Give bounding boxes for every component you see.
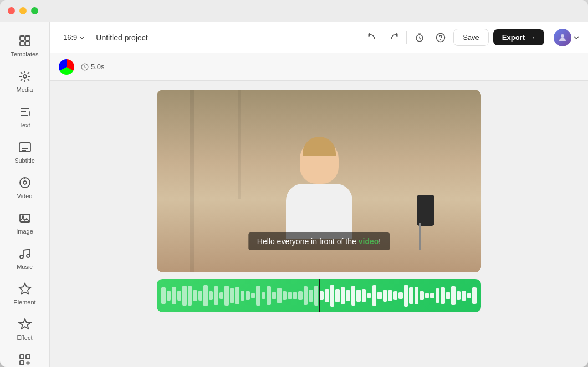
aspect-ratio-label: 16:9 — [63, 33, 77, 42]
aspect-ratio-button[interactable]: 16:9 — [59, 31, 89, 44]
svg-rect-3 — [25, 42, 30, 46]
undo-button[interactable] — [364, 29, 381, 46]
filmstrip-icon — [59, 59, 74, 75]
waveform-bar — [177, 291, 182, 301]
svg-marker-12 — [19, 283, 30, 294]
avatar — [554, 29, 571, 46]
waveform-bar — [472, 287, 477, 304]
waveform-bar — [393, 291, 398, 300]
playhead — [319, 279, 320, 312]
waveform-bar — [193, 290, 197, 302]
sidebar-item-subtitle[interactable]: Subtitle — [4, 135, 46, 168]
video-icon — [17, 175, 33, 190]
waveform-bar — [198, 291, 203, 300]
waveform-bar — [272, 292, 277, 299]
sidebar-item-music[interactable]: Music — [4, 241, 46, 275]
waveform-bar — [203, 285, 208, 306]
svg-rect-2 — [20, 42, 24, 46]
waveform-bar — [330, 285, 335, 306]
waveform-bar — [420, 291, 424, 300]
svg-point-6 — [20, 178, 30, 188]
close-button[interactable] — [8, 7, 15, 14]
sidebar-item-tools[interactable]: Tools — [4, 348, 46, 367]
duration-tag: 5.0s — [81, 63, 105, 71]
waveform-bar — [451, 286, 456, 305]
mac-window: Templates Media Text — [0, 0, 588, 367]
help-button[interactable] — [432, 29, 449, 46]
waveform-bar — [409, 287, 413, 304]
toolbar-actions: Save Export → — [364, 29, 579, 46]
redo-button[interactable] — [385, 29, 402, 46]
preview-container: Hello everyone in front of the video! — [50, 81, 588, 367]
canvas-area: 5.0s — [50, 53, 588, 367]
effect-label: Effect — [17, 334, 33, 341]
waveform-bar — [457, 291, 461, 301]
main-content: 16:9 Untitled project — [50, 22, 588, 367]
waveform-bar — [241, 291, 245, 301]
waveform-track[interactable] — [157, 279, 481, 312]
waveform-bar — [325, 289, 329, 302]
sidebar-item-effect[interactable]: Effect — [4, 312, 46, 345]
video-label: Video — [17, 193, 33, 199]
waveform-bar — [436, 288, 440, 303]
sidebar-item-text[interactable]: Text — [4, 100, 46, 133]
caption-text-after: ! — [379, 237, 381, 246]
waveform-bar — [351, 286, 356, 306]
waveform-bar — [182, 286, 187, 306]
waveform-bar — [172, 287, 176, 304]
svg-point-18 — [441, 39, 441, 40]
maximize-button[interactable] — [31, 7, 38, 14]
toolbar: 16:9 Untitled project — [50, 22, 588, 53]
sidebar-item-media[interactable]: Media — [4, 64, 46, 97]
music-label: Music — [17, 263, 33, 270]
subtitle-icon — [17, 139, 33, 155]
media-icon — [17, 69, 33, 84]
svg-point-10 — [20, 255, 23, 259]
waveform-bar — [377, 292, 382, 299]
svg-point-19 — [561, 34, 564, 38]
waveform-bar — [277, 288, 282, 303]
templates-icon — [17, 33, 33, 49]
waveform-bar — [404, 285, 408, 307]
sidebar-item-templates[interactable]: Templates — [4, 29, 46, 62]
templates-label: Templates — [11, 51, 38, 58]
text-label: Text — [19, 122, 30, 128]
export-button[interactable]: Export → — [493, 29, 544, 45]
waveform-bar — [362, 289, 366, 303]
avatar-dropdown[interactable] — [554, 29, 579, 46]
caption-text-highlight: video — [359, 237, 379, 246]
person-body — [286, 184, 352, 239]
waveform-bar — [430, 293, 434, 298]
waveform-bar — [188, 286, 192, 306]
waveform-bar — [251, 293, 255, 299]
waveform-bar — [341, 287, 345, 304]
tools-icon — [17, 352, 33, 367]
waveform-bar — [446, 292, 451, 299]
waveform-bar — [372, 285, 377, 306]
media-label: Media — [17, 86, 33, 93]
video-background: Hello everyone in front of the video! — [157, 90, 481, 272]
element-label: Element — [13, 299, 35, 306]
minimize-button[interactable] — [19, 7, 27, 14]
svg-rect-1 — [25, 36, 30, 40]
waveform-bar — [319, 291, 324, 301]
tripod-stand — [419, 223, 421, 250]
sidebar-item-element[interactable]: Element — [4, 277, 46, 310]
waveform-bar — [356, 290, 361, 302]
person-figure — [286, 139, 352, 239]
timer-button[interactable] — [411, 29, 428, 46]
svg-point-9 — [22, 216, 24, 218]
save-button[interactable]: Save — [453, 29, 489, 46]
sidebar-item-video[interactable]: Video — [4, 170, 46, 204]
toolbar-divider-2 — [549, 31, 549, 44]
waveform-bar — [388, 290, 392, 302]
waveform-bar — [209, 291, 213, 300]
svg-rect-15 — [20, 361, 24, 365]
waveform-bar — [309, 290, 313, 302]
sidebar-item-image[interactable]: Image — [4, 206, 46, 239]
waveform-bar — [167, 291, 171, 300]
waveform-bar — [219, 292, 224, 299]
svg-point-4 — [23, 75, 27, 78]
video-preview[interactable]: Hello everyone in front of the video! — [157, 90, 481, 272]
waveform-bar — [367, 293, 371, 298]
